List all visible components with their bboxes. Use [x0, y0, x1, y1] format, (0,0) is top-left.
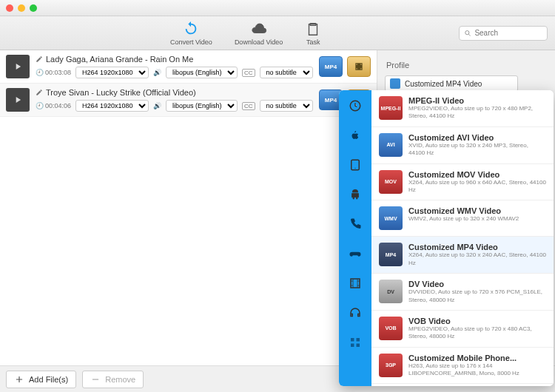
edit-video-button[interactable]: [347, 56, 371, 77]
svg-rect-8: [357, 344, 360, 348]
task-button[interactable]: Task: [305, 21, 321, 46]
category-android[interactable]: [347, 186, 363, 203]
maximize-window-button[interactable]: [30, 4, 37, 12]
profile-item[interactable]: WMVCustomized WMV VideoWMV2, Auto size u…: [371, 200, 554, 237]
gamepad-icon: [349, 247, 362, 260]
profile-format-icon: WMV: [379, 206, 403, 230]
convert-video-button[interactable]: Convert Video: [170, 21, 212, 46]
svg-rect-5: [351, 338, 354, 342]
profile-format-icon: VOB: [379, 317, 403, 340]
profile-description: H263, Auto size up to 176 x 144 LIBOPENC…: [408, 362, 546, 378]
svg-rect-7: [351, 344, 354, 348]
audio-select[interactable]: libopus (English): [166, 67, 238, 78]
cc-label: CC: [242, 102, 255, 110]
svg-point-3: [354, 168, 356, 169]
profile-heading: Profile: [386, 61, 548, 70]
category-recent[interactable]: [347, 98, 363, 114]
tablet-icon: [349, 158, 362, 172]
profile-dropdown[interactable]: Customized MP4 Video: [385, 75, 518, 92]
audio-icon: 🔊: [153, 69, 161, 76]
clock-icon: [349, 99, 362, 112]
close-window-button[interactable]: [6, 4, 13, 12]
video-row[interactable]: Lady Gaga, Ariana Grande - Rain On Me 00…: [0, 50, 377, 84]
profile-description: DVVIDEO, Auto size up to 720 x 576 PCM_S…: [408, 288, 546, 304]
profile-description: MPEG2VIDEO, Auto size up to 720 x 480 MP…: [408, 105, 546, 121]
play-icon: [13, 61, 23, 72]
profile-item[interactable]: AVICustomized AVI VideoXVID, Auto size u…: [371, 127, 554, 164]
apple-icon: [349, 129, 362, 142]
profile-description: X264, Auto size up to 320 x 240 AAC, Ste…: [408, 251, 546, 267]
video-duration: 00:03:08: [36, 69, 71, 76]
video-title: Lady Gaga, Ariana Grande - Rain On Me: [46, 55, 193, 64]
profile-name: Customized WMV Video: [408, 206, 519, 215]
search-box[interactable]: [459, 26, 548, 41]
download-video-button[interactable]: Download Video: [235, 21, 283, 46]
film-icon: [353, 61, 365, 72]
svg-point-0: [465, 30, 469, 34]
profile-description: MPEG2VIDEO, Auto size up to 720 x 480 AC…: [408, 325, 546, 341]
format-select[interactable]: H264 1920x1080: [75, 67, 149, 78]
subtitle-select[interactable]: no subtitle: [260, 100, 313, 112]
clipboard-icon: [305, 21, 321, 37]
video-list-pane: Lady Gaga, Ariana Grande - Rain On Me 00…: [0, 50, 377, 365]
cc-label: CC: [242, 69, 255, 77]
profile-item[interactable]: DVDV VideoDVVIDEO, Auto size up to 720 x…: [371, 274, 554, 311]
profile-category-sidebar: [339, 90, 371, 386]
profile-item[interactable]: VOBVOB VideoMPEG2VIDEO, Auto size up to …: [371, 311, 554, 348]
profile-item[interactable]: MOVCustomized MOV VideoX264, Auto size u…: [371, 164, 554, 201]
titlebar: [0, 0, 555, 16]
remove-button[interactable]: Remove: [82, 371, 144, 388]
category-tablet[interactable]: [347, 157, 363, 173]
task-label: Task: [306, 38, 320, 46]
profile-format-icon: AVI: [379, 133, 403, 157]
pencil-icon[interactable]: [36, 89, 43, 96]
pencil-icon[interactable]: [36, 55, 43, 63]
cloud-download-icon: [251, 21, 267, 37]
profile-format-icon: 3GP: [379, 354, 403, 377]
convert-video-label: Convert Video: [170, 38, 212, 46]
category-gamepad[interactable]: [347, 246, 363, 262]
video-thumbnail[interactable]: [6, 55, 30, 78]
profile-mini-icon: [390, 78, 400, 89]
audio-select[interactable]: libopus (English): [166, 100, 238, 112]
category-apple[interactable]: [347, 127, 363, 143]
profile-format-icon: MPEG-II: [379, 96, 403, 120]
category-more[interactable]: [347, 334, 363, 351]
android-icon: [349, 188, 362, 201]
video-thumbnail[interactable]: [6, 88, 30, 112]
profile-name: VOB Video: [408, 317, 546, 325]
search-icon: [464, 29, 471, 38]
audio-icon: 🔊: [153, 102, 161, 109]
profile-description: WMV2, Auto size up to 320 x 240 WMAV2: [408, 215, 519, 223]
minus-icon: [90, 374, 101, 385]
video-duration: 00:04:06: [36, 102, 71, 109]
profile-item[interactable]: MPEG-IIMPEG-II VideoMPEG2VIDEO, Auto siz…: [371, 90, 554, 127]
video-title: Troye Sivan - Lucky Strike (Official Vid…: [46, 88, 196, 97]
add-files-label: Add File(s): [29, 375, 68, 384]
profile-name: Customized MOV Video: [408, 170, 546, 179]
profile-description: X264, Auto size up to 960 x 640 AAC, Ste…: [408, 179, 546, 195]
profile-list[interactable]: MPEG-IIMPEG-II VideoMPEG2VIDEO, Auto siz…: [371, 90, 554, 386]
refresh-icon: [183, 21, 199, 37]
profile-format-icon: MOV: [379, 170, 403, 194]
grid-icon: [349, 336, 362, 349]
profile-item[interactable]: 3GPCustomized Mobile Phone...H263, Auto …: [371, 348, 554, 385]
play-icon: [13, 95, 23, 105]
add-files-button[interactable]: Add File(s): [6, 371, 76, 388]
profile-item[interactable]: MP4Customized MP4 VideoX264, Auto size u…: [371, 237, 554, 274]
minimize-window-button[interactable]: [18, 4, 25, 12]
category-phone[interactable]: [347, 216, 363, 232]
headphones-icon: [349, 306, 362, 320]
profile-name: Customized Mobile Phone...: [408, 354, 546, 362]
video-row[interactable]: Troye Sivan - Lucky Strike (Official Vid…: [0, 84, 377, 117]
format-select[interactable]: H264 1920x1080: [75, 100, 149, 112]
video-list: Lady Gaga, Ariana Grande - Rain On Me 00…: [0, 50, 377, 365]
output-format-badge[interactable]: MP4: [319, 56, 343, 77]
category-audio[interactable]: [347, 305, 363, 321]
subtitle-select[interactable]: no subtitle: [260, 67, 313, 78]
category-film[interactable]: [347, 275, 363, 291]
profile-name: Customized AVI Video: [408, 133, 546, 142]
toolbar: Convert Video Download Video Task: [0, 16, 555, 50]
profile-format-icon: DV: [379, 280, 403, 303]
search-input[interactable]: [474, 29, 542, 37]
